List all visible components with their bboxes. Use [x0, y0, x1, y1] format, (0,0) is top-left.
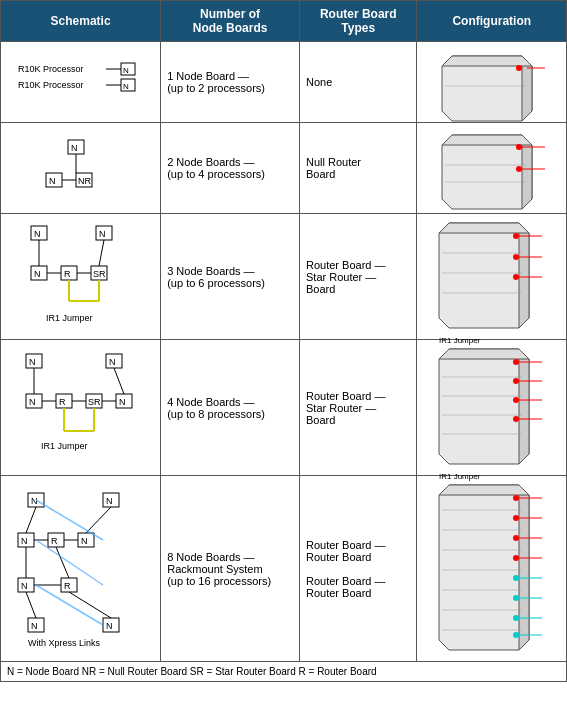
- routerboard-cell-4: Router Board —Star Router —Board: [300, 340, 417, 476]
- svg-marker-83: [439, 349, 529, 464]
- config-cell-4: IR1 Jumper: [417, 340, 567, 476]
- svg-text:SR: SR: [93, 269, 106, 279]
- svg-marker-10: [442, 56, 532, 66]
- schematic-svg-2: N N NR: [16, 135, 146, 200]
- schematic-cell-4: N N N R SR N: [1, 340, 161, 476]
- nodeboard-cell-4: 4 Node Boards —(up to 8 processors): [161, 340, 300, 476]
- header-config: Configuration: [417, 1, 567, 42]
- table-row: N N N R SR N: [1, 340, 567, 476]
- routerboard-cell-5: Router Board —Router Board Router Board …: [300, 476, 417, 662]
- svg-marker-50: [519, 223, 529, 328]
- table-row: N N N R SR: [1, 214, 567, 340]
- config-cell-5: [417, 476, 567, 662]
- svg-text:N: N: [123, 66, 129, 75]
- svg-line-121: [86, 507, 111, 533]
- table-row: N N N R N N R: [1, 476, 567, 662]
- svg-text:N: N: [123, 82, 129, 91]
- svg-marker-51: [439, 223, 529, 233]
- config-cell-3: IR1 Jumper: [417, 214, 567, 340]
- svg-text:N: N: [106, 496, 113, 506]
- svg-text:N: N: [31, 621, 38, 631]
- svg-text:IR1 Jumper: IR1 Jumper: [41, 441, 88, 451]
- svg-marker-132: [439, 485, 529, 495]
- svg-line-124: [26, 592, 36, 618]
- nodeboard-cell-5: 8 Node Boards —Rackmount System(up to 16…: [161, 476, 300, 662]
- schematic-cell-2: N N NR: [1, 123, 161, 214]
- svg-text:N: N: [119, 397, 126, 407]
- schematic-cell-5: N N N R N N R: [1, 476, 161, 662]
- svg-text:N: N: [34, 229, 41, 239]
- svg-text:N: N: [29, 357, 36, 367]
- svg-text:NR: NR: [78, 176, 91, 186]
- config-svg-4: IR1 Jumper: [434, 344, 549, 469]
- svg-text:R: R: [64, 581, 71, 591]
- svg-text:IR1 Jumper: IR1 Jumper: [46, 313, 93, 323]
- svg-text:N: N: [49, 176, 56, 186]
- config-cell-1: [417, 42, 567, 123]
- header-schematic: Schematic: [1, 1, 161, 42]
- config-svg-2: [437, 127, 547, 207]
- header-routerboard: Router BoardTypes: [300, 1, 417, 42]
- config-svg-1: [437, 46, 547, 116]
- table-row: N N NR 2 Node Boards —(up to 4 processor…: [1, 123, 567, 214]
- svg-text:N: N: [106, 621, 113, 631]
- schematic-svg-3: N N N R SR: [16, 221, 146, 331]
- svg-text:R: R: [59, 397, 66, 407]
- svg-text:R10K Processor: R10K Processor: [18, 80, 84, 90]
- svg-line-125: [69, 592, 111, 618]
- nodeboard-cell-2: 2 Node Boards —(up to 4 processors): [161, 123, 300, 214]
- routerboard-cell-2: Null RouterBoard: [300, 123, 417, 214]
- table-row: R10K Processor N R10K Processor N 1 Node…: [1, 42, 567, 123]
- config-cell-2: [417, 123, 567, 214]
- svg-marker-24: [442, 135, 532, 145]
- svg-line-120: [26, 507, 36, 533]
- svg-line-78: [114, 368, 124, 394]
- main-table: Schematic Number ofNode Boards Router Bo…: [0, 0, 567, 682]
- svg-line-123: [56, 547, 69, 578]
- routerboard-cell-1: None: [300, 42, 417, 123]
- routerboard-cell-3: Router Board —Star Router —Board: [300, 214, 417, 340]
- svg-point-12: [516, 65, 522, 71]
- svg-text:R: R: [64, 269, 71, 279]
- svg-text:N: N: [81, 536, 88, 546]
- svg-marker-85: [439, 349, 529, 359]
- nodeboard-cell-1: 1 Node Board —(up to 2 processors): [161, 42, 300, 123]
- config-svg-5: [434, 480, 549, 655]
- svg-marker-23: [522, 135, 532, 209]
- schematic-svg-1: R10K Processor N R10K Processor N: [16, 56, 146, 106]
- svg-marker-84: [519, 349, 529, 464]
- svg-text:N: N: [99, 229, 106, 239]
- svg-text:N: N: [34, 269, 41, 279]
- schematic-cell-1: R10K Processor N R10K Processor N: [1, 42, 161, 123]
- svg-text:SR: SR: [88, 397, 101, 407]
- schematic-svg-4: N N N R SR N: [16, 349, 146, 464]
- svg-text:R10K Processor: R10K Processor: [18, 64, 84, 74]
- config-svg-3: IR1 Jumper: [434, 218, 549, 333]
- svg-text:N: N: [109, 357, 116, 367]
- header-nodeboards: Number ofNode Boards: [161, 1, 300, 42]
- footer-note: N = Node Board NR = Null Router Board SR…: [1, 662, 567, 682]
- svg-text:N: N: [71, 143, 78, 153]
- svg-text:N: N: [21, 536, 28, 546]
- svg-line-126: [36, 500, 103, 540]
- schematic-cell-3: N N N R SR: [1, 214, 161, 340]
- svg-text:With Xpress Links: With Xpress Links: [28, 638, 101, 648]
- footer-row: N = Node Board NR = Null Router Board SR…: [1, 662, 567, 682]
- svg-text:N: N: [21, 581, 28, 591]
- svg-text:R: R: [51, 536, 58, 546]
- svg-line-44: [99, 240, 104, 266]
- schematic-svg-5: N N N R N N R: [13, 488, 148, 648]
- svg-text:N: N: [29, 397, 36, 407]
- nodeboard-cell-3: 3 Node Boards —(up to 6 processors): [161, 214, 300, 340]
